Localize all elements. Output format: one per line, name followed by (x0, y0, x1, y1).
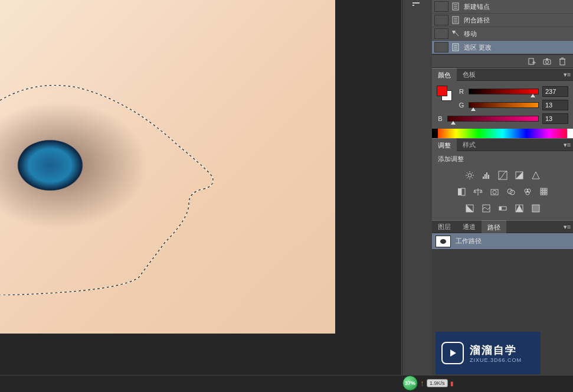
collapsed-panel-icon[interactable] (412, 0, 423, 11)
curves-icon[interactable] (497, 169, 509, 181)
color-swatches[interactable] (437, 86, 452, 101)
svg-rect-43 (461, 188, 465, 195)
svg-rect-16 (529, 58, 533, 64)
slider-track-r[interactable] (469, 89, 539, 94)
marching-ants-selection (0, 83, 224, 295)
tab-adjustments[interactable]: 调整 (432, 138, 457, 151)
history-visibility[interactable] (434, 42, 448, 53)
color-spectrum[interactable] (432, 129, 573, 138)
svg-marker-72 (450, 349, 456, 357)
history-visibility[interactable] (434, 1, 448, 12)
history-item-active[interactable]: 选区 更改 (432, 41, 573, 54)
camera-icon[interactable] (540, 56, 554, 67)
svg-rect-42 (458, 188, 461, 195)
history-item[interactable]: 新建锚点 (432, 0, 573, 14)
document-icon (451, 2, 460, 11)
history-label: 选区 更改 (464, 43, 573, 52)
svg-rect-21 (546, 58, 548, 60)
watermark-subtitle: ZIXUE.3D66.COM (470, 357, 522, 363)
document-icon (451, 43, 460, 52)
adjustments-tabs: 调整 样式 ▾≡ (432, 138, 573, 151)
color-panel-tabs: 颜色 色板 ▾≡ (432, 68, 573, 81)
svg-line-32 (467, 178, 468, 179)
slider-label-g: G (458, 102, 465, 109)
svg-marker-63 (466, 205, 473, 212)
document-image[interactable] (0, 0, 335, 334)
foreground-color[interactable] (437, 86, 447, 96)
speed-value: 1.9K/s (427, 379, 448, 387)
channel-mixer-icon[interactable] (505, 186, 517, 198)
bw-icon[interactable] (456, 186, 467, 198)
path-item[interactable]: 工作路径 (432, 233, 573, 250)
slider-track-g[interactable] (469, 102, 539, 108)
network-status-badge: 37% ↑ 1.9K/s ▮ (402, 375, 454, 391)
tab-paths[interactable]: 路径 (482, 220, 506, 233)
adjustments-row-2 (432, 184, 573, 200)
brightness-icon[interactable] (464, 169, 476, 181)
history-item[interactable]: 闭合路径 (432, 14, 573, 27)
svg-rect-61 (545, 193, 547, 195)
history-label: 移动 (464, 30, 573, 38)
path-thumbnail (436, 236, 451, 247)
slider-value-r[interactable] (542, 86, 568, 97)
svg-point-20 (546, 60, 549, 63)
posterize-icon[interactable] (538, 186, 550, 198)
svg-line-30 (467, 172, 468, 174)
photo-filter-icon[interactable] (489, 186, 500, 198)
panel-menu-icon[interactable]: ▾≡ (561, 71, 573, 79)
history-item[interactable]: 移动 (432, 27, 573, 41)
slider-r: R (458, 84, 568, 98)
history-visibility[interactable] (434, 28, 448, 39)
svg-rect-55 (545, 188, 547, 190)
svg-rect-22 (560, 59, 565, 65)
svg-line-31 (472, 178, 473, 179)
tab-layers[interactable]: 图层 (432, 220, 457, 233)
svg-rect-36 (486, 172, 487, 179)
tab-color[interactable]: 颜色 (432, 68, 457, 81)
selective-color-icon[interactable] (513, 202, 525, 214)
svg-marker-40 (516, 172, 523, 179)
adjustments-panel: 添加调整 (432, 151, 573, 220)
move-icon (451, 29, 460, 38)
slider-value-b[interactable] (542, 113, 568, 124)
slider-label-b: B (437, 115, 444, 122)
svg-line-33 (472, 172, 473, 174)
slider-g: G (458, 98, 568, 112)
adjustments-row-1 (432, 167, 573, 184)
collapsed-panel-strip[interactable] (402, 0, 432, 392)
up-arrow-icon: ↑ (420, 378, 424, 388)
invert-icon[interactable] (464, 202, 476, 214)
create-document-icon[interactable] (525, 56, 539, 67)
panel-menu-icon[interactable]: ▾≡ (561, 223, 573, 231)
path-label: 工作路径 (456, 237, 482, 246)
slider-track-b[interactable] (447, 116, 539, 122)
balance-icon[interactable] (472, 186, 484, 198)
exposure-icon[interactable] (513, 169, 525, 181)
history-label: 闭合路径 (464, 16, 573, 25)
svg-rect-34 (483, 177, 484, 179)
svg-rect-58 (545, 191, 547, 192)
color-lookup-icon[interactable] (522, 186, 533, 198)
add-adjustment-label: 添加调整 (432, 151, 573, 167)
svg-rect-54 (543, 188, 545, 190)
solid-color-icon[interactable] (530, 202, 542, 214)
indicator-icon: ▮ (450, 380, 454, 387)
percent-badge[interactable]: 37% (402, 375, 418, 391)
threshold-icon[interactable] (480, 202, 492, 214)
history-label: 新建锚点 (464, 2, 573, 11)
slider-b: B (437, 112, 568, 125)
tab-swatches[interactable]: 色板 (457, 68, 482, 81)
levels-icon[interactable] (480, 169, 492, 181)
vibrance-icon[interactable] (530, 169, 542, 181)
svg-marker-41 (532, 172, 539, 179)
canvas-area[interactable] (0, 0, 401, 375)
svg-marker-68 (516, 205, 523, 212)
trash-icon[interactable] (555, 56, 569, 67)
tab-channels[interactable]: 通道 (457, 220, 482, 233)
slider-value-g[interactable] (542, 100, 568, 110)
gradient-map-icon[interactable] (497, 202, 509, 214)
history-visibility[interactable] (434, 15, 448, 25)
tab-styles[interactable]: 样式 (457, 138, 482, 151)
panel-menu-icon[interactable]: ▾≡ (561, 141, 573, 149)
watermark-overlay: 溜溜自学 ZIXUE.3D66.COM (436, 332, 541, 374)
